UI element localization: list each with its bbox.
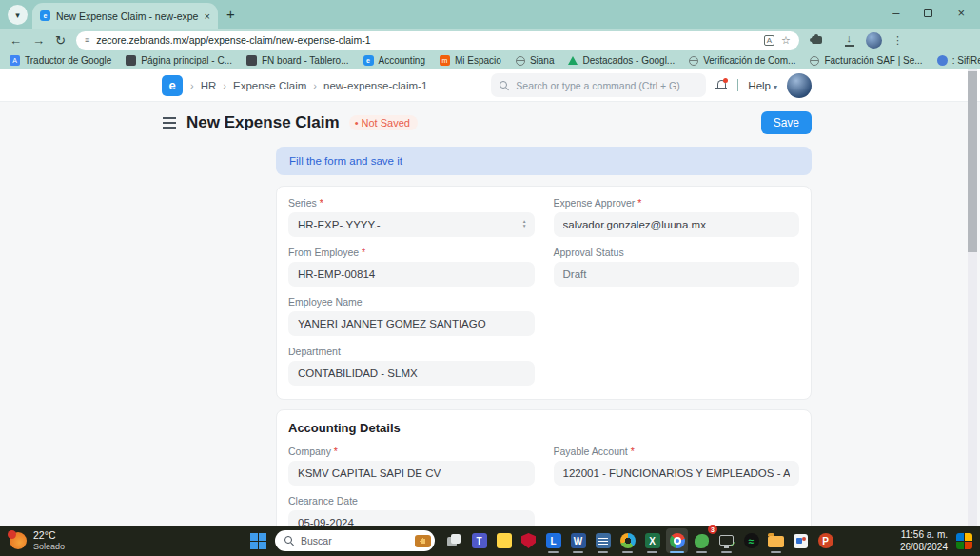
chevron-down-icon <box>774 80 777 91</box>
powerpoint-icon <box>818 533 833 548</box>
mcafee-button[interactable] <box>518 528 539 553</box>
tab-favicon <box>40 10 50 21</box>
browser-profile-avatar[interactable] <box>866 32 882 49</box>
task-view-button[interactable] <box>443 528 465 553</box>
window-maximize-button[interactable] <box>924 9 932 17</box>
notifications-button[interactable] <box>715 79 728 91</box>
bookmark-sifireceptoria[interactable]: : SifiReceptoria : <box>937 55 980 66</box>
taskbar-search-input[interactable] <box>301 535 392 546</box>
payable-account-field: Payable Account <box>554 446 800 486</box>
from-employee-input[interactable] <box>288 262 535 287</box>
taskbar-weather-widget[interactable]: 22°C Soleado <box>0 529 250 551</box>
window-close-button[interactable] <box>957 6 965 20</box>
bookmark-pagina-principal[interactable]: Página principal - C... <box>126 55 232 66</box>
taskbar-search-box[interactable] <box>275 530 435 551</box>
windows-taskbar: 22°C Soleado T L W X 3 11:56 a. m. 26/08… <box>0 526 980 556</box>
tab-search-button[interactable] <box>8 5 28 25</box>
mcafee-shield-icon <box>521 533 536 548</box>
user-avatar[interactable] <box>787 73 812 98</box>
bookmark-destacados[interactable]: Destacados - Googl... <box>568 55 675 66</box>
pc-status-button[interactable] <box>715 528 737 553</box>
weather-temperature: 22°C <box>33 529 65 542</box>
task-view-icon <box>447 534 461 548</box>
page-scrollbar-thumb[interactable] <box>968 71 977 252</box>
notification-dot <box>723 78 728 83</box>
tab-close-icon[interactable] <box>205 10 210 22</box>
breadcrumb-separator <box>190 80 194 91</box>
site-info-icon[interactable] <box>85 35 89 45</box>
payable-account-input[interactable] <box>554 461 800 486</box>
l-app-button[interactable]: L <box>542 528 564 553</box>
accounting-details-card: Accounting Details Company Payable Accou… <box>276 409 812 526</box>
spotify-icon <box>744 533 759 548</box>
donut-chart-app-button[interactable] <box>617 528 638 553</box>
new-tab-button[interactable] <box>226 6 235 22</box>
erp-favicon <box>363 55 374 66</box>
help-menu[interactable]: Help <box>748 80 777 91</box>
page-title: New Expense Claim <box>186 113 340 132</box>
expense-approver-label: Expense Approver <box>554 197 800 208</box>
file-explorer-button[interactable] <box>765 528 787 553</box>
powerpoint-button[interactable] <box>814 528 836 553</box>
department-field: Department <box>288 346 535 386</box>
breadcrumb: HR Expense Claim new-expense-claim-1 <box>190 80 427 91</box>
excel-button[interactable]: X <box>641 528 663 553</box>
bookmark-label: Facturación SAF | Se... <box>824 55 922 66</box>
address-bar[interactable]: zecore.zebrands.mx/app/expense-claim/new… <box>76 31 799 50</box>
bookmark-accounting[interactable]: Accounting <box>363 55 425 66</box>
url-text[interactable]: zecore.zebrands.mx/app/expense-claim/new… <box>96 34 757 46</box>
taskbar-clock[interactable]: 11:56 a. m. 26/08/2024 <box>900 528 948 553</box>
breadcrumb-hr[interactable]: HR <box>201 80 217 91</box>
back-button[interactable]: ← <box>10 34 22 47</box>
bookmark-mi-espacio[interactable]: Mi Espacio <box>440 55 501 66</box>
sticky-notes-icon <box>497 533 512 548</box>
expense-approver-input[interactable] <box>554 212 800 237</box>
teams-button[interactable]: T <box>468 528 490 553</box>
start-button[interactable] <box>250 533 266 549</box>
window-minimize-button[interactable] <box>892 6 899 20</box>
widgets-icon[interactable] <box>956 533 972 549</box>
bookmark-star-icon[interactable] <box>781 34 791 47</box>
save-button[interactable]: Save <box>761 111 812 134</box>
bookmark-traductor[interactable]: Traductor de Google <box>10 55 111 66</box>
sidebar-toggle-icon[interactable] <box>163 122 176 124</box>
approval-status-select[interactable]: Draft <box>554 262 800 287</box>
bookmark-label: Destacados - Googl... <box>582 55 675 66</box>
bookmark-facturacion[interactable]: Facturación SAF | Se... <box>810 55 922 66</box>
app-search-bar[interactable] <box>491 73 706 97</box>
series-value: HR-EXP-.YYYY.- <box>298 219 381 230</box>
browser-tab[interactable]: New Expense Claim - new-expe <box>32 3 218 29</box>
chrome-button[interactable] <box>666 528 688 553</box>
window-controls <box>892 6 965 20</box>
employee-name-input[interactable] <box>288 311 535 336</box>
bookmark-siana[interactable]: Siana <box>516 55 555 66</box>
bookmark-fn-board[interactable]: FN board - Tablero... <box>246 55 349 66</box>
translate-icon[interactable] <box>764 35 774 46</box>
visual-search-icon[interactable] <box>415 535 431 547</box>
sun-weather-icon <box>10 532 27 549</box>
department-input[interactable] <box>288 361 535 386</box>
downloads-icon[interactable] <box>844 34 855 47</box>
forward-button[interactable]: → <box>32 34 45 47</box>
series-select[interactable]: HR-EXP-.YYYY.- <box>288 212 535 237</box>
bookmark-label: Mi Espacio <box>455 55 501 66</box>
extensions-icon[interactable] <box>812 36 822 44</box>
green-app-button[interactable]: 3 <box>691 528 713 553</box>
word-button[interactable]: W <box>567 528 589 553</box>
sticky-notes-button[interactable] <box>493 528 515 553</box>
app-logo[interactable] <box>162 75 183 96</box>
reload-button[interactable]: ↻ <box>55 34 66 47</box>
breadcrumb-expense-claim[interactable]: Expense Claim <box>233 80 306 91</box>
spotify-button[interactable] <box>740 528 762 553</box>
breadcrumb-separator <box>223 80 226 91</box>
clearance-date-input[interactable] <box>288 510 535 526</box>
browser-menu-icon[interactable] <box>892 34 903 47</box>
bookmark-verificacion[interactable]: Verificación de Com... <box>689 55 795 66</box>
breadcrumb-separator <box>313 80 317 91</box>
calculator-app-button[interactable] <box>592 528 614 553</box>
snip-tool-button[interactable] <box>790 528 812 553</box>
company-input[interactable] <box>288 461 535 486</box>
bookmark-label: Página principal - C... <box>141 55 232 66</box>
payable-account-label: Payable Account <box>554 446 800 457</box>
app-search-input[interactable] <box>516 80 697 91</box>
